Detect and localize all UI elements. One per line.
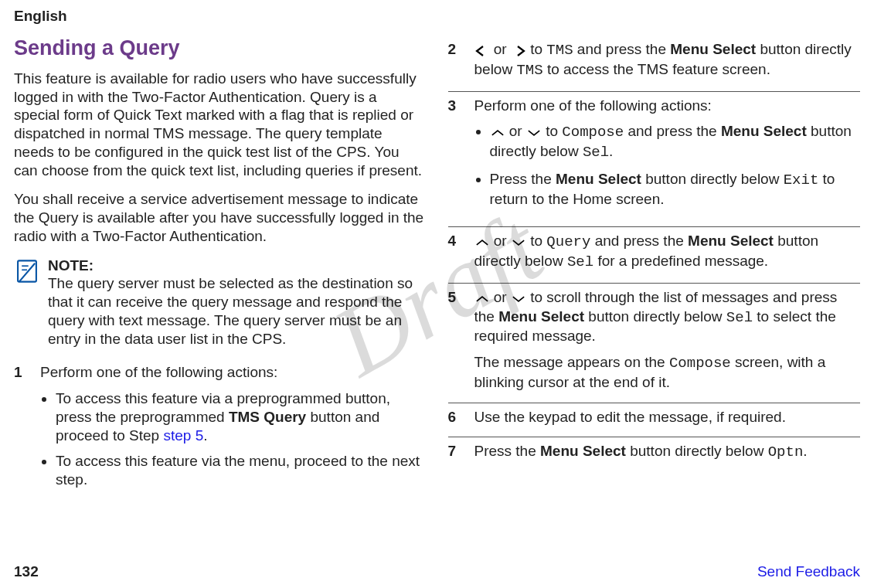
up-arrow-icon bbox=[474, 233, 490, 251]
step-5-link[interactable]: step 5 bbox=[163, 427, 203, 444]
step-number: 2 bbox=[448, 40, 464, 80]
down-arrow-icon bbox=[511, 289, 526, 308]
page-title: Sending a Query bbox=[14, 36, 427, 62]
note-block: NOTE: The query server must be selected … bbox=[14, 257, 427, 348]
page-number: 132 bbox=[14, 563, 39, 580]
left-column: Sending a Query This feature is availabl… bbox=[14, 36, 427, 508]
intro-paragraph-2: You shall receive a service advertisemen… bbox=[14, 190, 427, 245]
step-number: 4 bbox=[448, 232, 464, 272]
step-1-bullet-1: To access this feature via a preprogramm… bbox=[56, 389, 427, 444]
language-label: English bbox=[14, 8, 860, 25]
note-label: NOTE: bbox=[48, 257, 427, 275]
intro-paragraph-1: This feature is available for radio user… bbox=[14, 70, 427, 180]
step-3-bullet-2: Press the Menu Select button directly be… bbox=[490, 170, 861, 209]
step-1: 1 Perform one of the following actions: … bbox=[14, 359, 427, 497]
step-2: 2 or to TMS and press the Menu Select bu… bbox=[448, 36, 861, 80]
step-1-intro: Perform one of the following actions: bbox=[40, 364, 277, 380]
up-arrow-icon bbox=[474, 289, 490, 308]
right-arrow-icon bbox=[511, 41, 526, 59]
step-number: 3 bbox=[448, 97, 464, 216]
send-feedback-link[interactable]: Send Feedback bbox=[757, 563, 860, 580]
step-number: 7 bbox=[448, 442, 464, 462]
note-text: The query server must be selected as the… bbox=[48, 275, 413, 346]
step-1-bullet-2: To access this feature via the menu, pro… bbox=[56, 452, 427, 489]
up-arrow-icon bbox=[490, 123, 505, 141]
step-5: 5 or to scroll through the list of messa… bbox=[448, 283, 861, 392]
down-arrow-icon bbox=[526, 123, 542, 141]
down-arrow-icon bbox=[511, 233, 526, 251]
step-3-bullet-1: or to Compose and press the Menu Select … bbox=[490, 122, 861, 162]
step-4: 4 or to Query and press the Menu Select … bbox=[448, 226, 861, 272]
note-icon bbox=[14, 258, 40, 348]
left-arrow-icon bbox=[474, 41, 490, 59]
right-column: 2 or to TMS and press the Menu Select bu… bbox=[448, 36, 861, 508]
step-6: 6 Use the keypad to edit the message, if… bbox=[448, 403, 861, 427]
step-number: 1 bbox=[14, 363, 29, 497]
step-3: 3 Perform one of the following actions: … bbox=[448, 91, 861, 216]
step-number: 6 bbox=[448, 408, 464, 427]
step-number: 5 bbox=[448, 288, 464, 392]
step-7: 7 Press the Menu Select button directly … bbox=[448, 437, 861, 462]
